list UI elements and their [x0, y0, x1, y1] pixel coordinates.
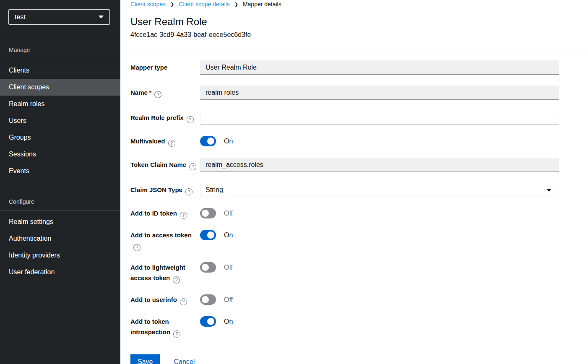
chevron-right-icon: ❯ [170, 1, 174, 8]
toggle-state-label: On [224, 138, 233, 145]
help-icon[interactable]: ? [154, 91, 161, 98]
breadcrumb-link-client-scope-details[interactable]: Client scope details [179, 1, 229, 8]
realm-selector[interactable]: test [8, 9, 110, 25]
help-icon[interactable]: ? [180, 212, 187, 219]
help-icon[interactable]: ? [173, 276, 180, 283]
add-to-access-token-label: Add to access token? [130, 230, 198, 251]
nav-configure: Realm settings Authentication Identity p… [0, 211, 120, 281]
sidebar-item-groups[interactable]: Groups [0, 129, 120, 146]
label-text: Realm Role prefix [130, 114, 184, 121]
toggle-knob-icon [207, 138, 214, 145]
name-input[interactable] [200, 86, 559, 100]
form-row-multivalued: Multivalued? On [130, 136, 559, 147]
token-claim-name-input[interactable] [200, 158, 559, 172]
add-to-userinfo-label: Add to userinfo? [130, 294, 198, 305]
mapper-type-field [200, 60, 559, 75]
mapper-type-label: Mapper type [130, 62, 198, 73]
label-text: Multivalued [130, 138, 165, 145]
toggle-state-label: Off [224, 264, 233, 271]
form-row-add-to-userinfo: Add to userinfo? Off [130, 294, 559, 305]
breadcrumb-link-client-scopes[interactable]: Client scopes [130, 1, 166, 8]
sidebar-item-users[interactable]: Users [0, 112, 120, 129]
nav-manage: Clients Client scopes Realm roles Users … [0, 59, 120, 179]
token-claim-name-label: Token Claim Name? [130, 160, 198, 170]
help-icon[interactable]: ? [180, 298, 187, 305]
form-row-mapper-type: Mapper type [130, 60, 559, 75]
token-claim-name-field [200, 158, 559, 172]
sidebar-item-clients[interactable]: Clients [0, 62, 120, 79]
mapper-type-input[interactable] [200, 60, 559, 75]
content-header: Client scopes ❯ Client scope details ❯ M… [120, 0, 588, 39]
multivalued-toggle[interactable] [200, 136, 216, 146]
claim-json-type-select[interactable]: String [200, 183, 559, 197]
add-to-lightweight-access-token-toggle[interactable] [200, 262, 216, 273]
realm-role-prefix-field [200, 111, 559, 125]
form-row-name: Name*? [130, 86, 559, 100]
toggle-knob-icon [207, 231, 214, 239]
page-title: User Realm Role [130, 16, 559, 27]
sidebar-item-client-scopes[interactable]: Client scopes [0, 79, 120, 96]
page: test Manage Clients Client scopes Realm … [0, 0, 588, 364]
add-to-access-token-toggle[interactable] [200, 230, 216, 240]
mapper-id: 4fcce1ac-3cd9-4a33-beaf-eece5ec6d3fe [130, 31, 559, 39]
help-icon[interactable]: ? [133, 244, 140, 251]
add-to-token-introspection-field: On [200, 316, 559, 327]
label-text: Add to ID token [130, 210, 177, 217]
breadcrumb: Client scopes ❯ Client scope details ❯ M… [130, 1, 559, 8]
help-icon[interactable]: ? [173, 330, 180, 338]
realm-role-prefix-input[interactable] [200, 111, 559, 125]
add-to-token-introspection-toggle[interactable] [200, 316, 216, 327]
sidebar-item-identity-providers[interactable]: Identity providers [0, 247, 120, 264]
toggle-knob-icon [202, 210, 209, 217]
form-row-add-to-lightweight-access-token: Add to lightweight access token? Off [130, 262, 559, 283]
caret-down-icon [546, 189, 552, 192]
sidebar-item-events[interactable]: Events [0, 163, 120, 179]
add-to-userinfo-field: Off [200, 294, 559, 305]
help-icon[interactable]: ? [168, 140, 175, 147]
sidebar: test Manage Clients Client scopes Realm … [0, 0, 120, 364]
required-asterisk: * [149, 89, 151, 96]
multivalued-field: On [200, 136, 559, 146]
save-button[interactable]: Save [130, 354, 160, 364]
sidebar-item-sessions[interactable]: Sessions [0, 146, 120, 163]
add-to-lightweight-access-token-label: Add to lightweight access token? [130, 262, 198, 283]
name-field [200, 86, 559, 100]
sidebar-item-authentication[interactable]: Authentication [0, 230, 120, 247]
toggle-state-label: On [224, 231, 233, 239]
add-to-lightweight-access-token-field: Off [200, 262, 559, 273]
form-row-add-to-token-introspection: Add to token introspection? On [130, 316, 559, 338]
realm-role-prefix-label: Realm Role prefix? [130, 113, 198, 123]
label-text: Name [130, 89, 148, 96]
nav-section-title-configure: Configure [0, 179, 120, 211]
form-row-claim-json-type: Claim JSON Type? String [130, 183, 559, 197]
add-to-access-token-field: On [200, 230, 559, 240]
sidebar-item-realm-roles[interactable]: Realm roles [0, 96, 120, 112]
form-row-token-claim-name: Token Claim Name? [130, 158, 559, 172]
form-row-realm-role-prefix: Realm Role prefix? [130, 111, 559, 125]
label-text: Add to userinfo [130, 296, 177, 303]
multivalued-label: Multivalued? [130, 136, 198, 147]
claim-json-type-field: String [200, 183, 559, 197]
add-to-id-token-field: Off [200, 208, 559, 218]
cancel-button[interactable]: Cancel [174, 358, 195, 364]
add-to-token-introspection-label: Add to token introspection? [130, 316, 198, 338]
sidebar-item-realm-settings[interactable]: Realm settings [0, 213, 120, 230]
label-text: Mapper type [130, 64, 167, 71]
realm-selector-label: test [15, 13, 26, 21]
help-icon[interactable]: ? [185, 188, 193, 195]
help-icon[interactable]: ? [187, 116, 194, 123]
name-label: Name*? [130, 88, 198, 98]
add-to-userinfo-toggle[interactable] [200, 294, 216, 305]
add-to-id-token-toggle[interactable] [200, 208, 216, 218]
toggle-knob-icon [207, 318, 214, 325]
toggle-state-label: Off [224, 210, 233, 217]
breadcrumb-current: Mapper details [243, 1, 281, 8]
nav-section-title-manage: Manage [0, 38, 120, 59]
sidebar-item-user-federation[interactable]: User federation [0, 264, 120, 281]
help-icon[interactable]: ? [189, 163, 196, 170]
chevron-down-icon [99, 16, 104, 18]
form-actions: Save Cancel [130, 354, 559, 364]
mapper-details-form: Mapper type Name*? Realm Role prefix? [120, 50, 588, 364]
toggle-knob-icon [202, 264, 209, 271]
label-text: Add to token introspection [130, 318, 170, 335]
